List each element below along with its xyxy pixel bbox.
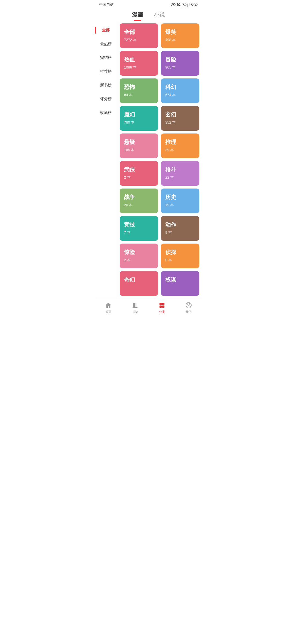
category-icon [158,302,166,309]
nav-mine[interactable]: 我的 [185,302,192,314]
sidebar-item-hot[interactable]: 最热榜 [95,37,117,51]
genre-count-5: 574 本 [165,92,195,97]
time-text: 15:32 [189,3,198,7]
genre-card-10[interactable]: 武侠2 本 [120,161,158,186]
sidebar-item-collection[interactable]: 收藏榜 [95,106,117,120]
genre-name-1: 爆笑 [165,28,195,36]
genre-count-4: 84 本 [124,92,154,97]
genre-card-0[interactable]: 全部7272 本 [120,23,158,48]
mine-icon [185,302,192,309]
genre-name-4: 恐怖 [124,83,154,91]
sidebar-item-all[interactable]: 全部 [95,23,117,37]
genre-name-19: 权谋 [165,276,195,283]
svg-rect-7 [133,307,138,308]
svg-point-12 [188,303,190,305]
genre-count-2: 1086 本 [124,65,154,70]
genre-count-0: 7272 本 [124,37,154,42]
nav-bookshelf-label: 书架 [132,310,138,314]
genre-count-11: 22 本 [165,175,195,180]
genre-name-3: 冒险 [165,56,195,63]
genre-card-7[interactable]: 玄幻352 本 [161,106,199,131]
svg-marker-3 [106,303,111,308]
genre-count-6: 780 本 [124,120,154,125]
genre-grid: 全部7272 本爆笑498 本热血1086 本冒险905 本恐怖84 本科幻57… [117,21,202,299]
genre-count-7: 352 本 [165,120,195,125]
genre-count-12: 20 本 [124,203,154,208]
battery-text: [52] [182,3,188,7]
tab-manga[interactable]: 漫画 [132,11,143,21]
carrier-text: 中国电信 [99,2,114,7]
genre-count-13: 19 本 [165,203,195,208]
genre-card-2[interactable]: 热血1086 本 [120,51,158,76]
svg-rect-5 [134,303,135,308]
svg-rect-10 [160,305,162,308]
genre-name-14: 竞技 [124,221,154,228]
genre-name-18: 奇幻 [124,276,154,283]
genre-name-9: 推理 [165,138,195,146]
genre-count-8: 185 本 [124,148,154,152]
genre-count-3: 905 本 [165,65,195,70]
genre-name-11: 格斗 [165,166,195,173]
genre-card-9[interactable]: 推理39 本 [161,133,199,158]
genre-card-12[interactable]: 战争20 本 [120,189,158,213]
nav-bookshelf[interactable]: 书架 [131,302,139,314]
sidebar: 全部 最热榜 完结榜 推荐榜 新书榜 评分榜 收藏榜 [95,21,117,299]
main-content: 全部 最热榜 完结榜 推荐榜 新书榜 评分榜 收藏榜 全部7272 本爆笑498… [95,21,202,299]
tab-header: 漫画 小说 [95,8,202,21]
genre-name-10: 武侠 [124,166,154,173]
genre-name-2: 热血 [124,56,154,63]
svg-rect-9 [162,303,164,305]
genre-name-8: 悬疑 [124,138,154,146]
genre-card-5[interactable]: 科幻574 本 [161,78,199,103]
sidebar-item-new[interactable]: 新书榜 [95,78,117,92]
home-icon [105,302,112,309]
genre-card-17[interactable]: 侦探0 本 [161,244,199,268]
status-bar: 中国电信 [52] 15:32 [95,0,202,8]
genre-count-16: 2 本 [124,258,154,263]
status-right: [52] 15:32 [171,3,198,7]
genre-card-18[interactable]: 奇幻 [120,271,158,296]
genre-name-16: 惊险 [124,249,154,256]
genre-name-13: 历史 [165,193,195,201]
nav-home-label: 首页 [105,310,111,314]
genre-name-0: 全部 [124,28,154,36]
sidebar-item-rating[interactable]: 评分榜 [95,92,117,106]
genre-card-19[interactable]: 权谋 [161,271,199,296]
genre-card-14[interactable]: 竞技7 本 [120,216,158,241]
bottom-nav: 首页 书架 分类 [95,299,202,318]
genre-card-6[interactable]: 魔幻780 本 [120,106,158,131]
sidebar-item-recommended[interactable]: 推荐榜 [95,65,117,78]
svg-rect-4 [133,303,134,308]
genre-card-11[interactable]: 格斗22 本 [161,161,199,186]
genre-card-16[interactable]: 惊险2 本 [120,244,158,268]
bookshelf-icon [131,302,139,309]
genre-card-4[interactable]: 恐怖84 本 [120,78,158,103]
genre-card-13[interactable]: 历史19 本 [161,189,199,213]
genre-name-12: 战争 [124,193,154,201]
svg-rect-6 [136,303,136,308]
genre-card-3[interactable]: 冒险905 本 [161,51,199,76]
nav-category-label: 分类 [159,310,165,314]
svg-point-1 [172,4,174,5]
genre-name-6: 魔幻 [124,111,154,118]
tab-novel[interactable]: 小说 [154,11,165,21]
genre-card-8[interactable]: 悬疑185 本 [120,133,158,158]
bell-icon [177,3,181,7]
genre-name-7: 玄幻 [165,111,195,118]
genre-count-15: 9 本 [165,230,195,235]
genre-count-17: 0 本 [165,258,195,263]
genre-count-1: 498 本 [165,37,195,42]
nav-category[interactable]: 分类 [158,302,166,314]
nav-mine-label: 我的 [186,310,192,314]
svg-rect-8 [160,303,162,305]
genre-card-1[interactable]: 爆笑498 本 [161,23,199,48]
svg-rect-11 [162,305,164,308]
nav-home[interactable]: 首页 [105,302,112,314]
genre-count-10: 2 本 [124,175,154,180]
genre-name-15: 动作 [165,221,195,228]
genre-card-15[interactable]: 动作9 本 [161,216,199,241]
eye-icon [171,3,176,6]
genre-name-5: 科幻 [165,83,195,91]
genre-count-9: 39 本 [165,148,195,152]
sidebar-item-finished[interactable]: 完结榜 [95,51,117,65]
